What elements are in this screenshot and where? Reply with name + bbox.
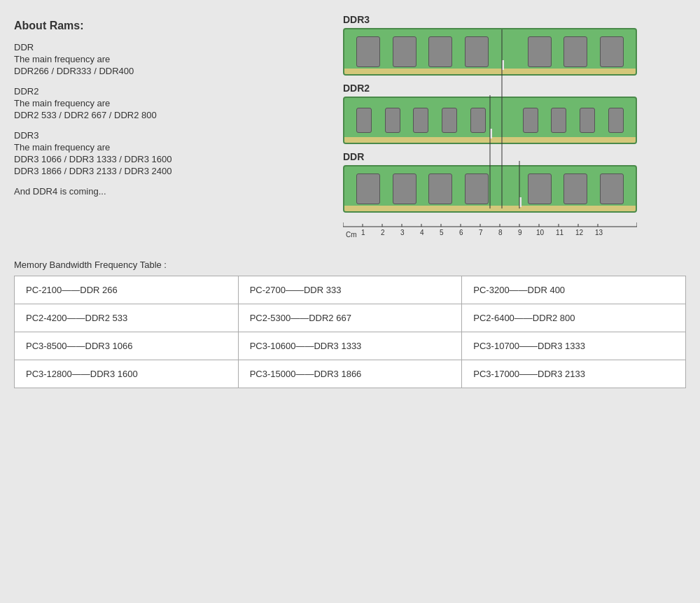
table-cell: PC-2100——DDR 266 — [15, 276, 239, 304]
svg-text:1: 1 — [361, 229, 365, 236]
svg-text:7: 7 — [479, 229, 483, 236]
ddr3-name: DDR3 — [14, 130, 280, 141]
svg-text:Cm: Cm — [346, 231, 357, 239]
chip — [356, 173, 380, 204]
chip — [413, 108, 428, 133]
ddr-chips — [344, 173, 636, 204]
ddr-stick — [343, 165, 637, 213]
table-cell: PC-3200——DDR 400 — [462, 276, 686, 304]
chip — [465, 36, 489, 67]
ddr3-block: DDR3 The main frequency are DDR3 1066 / … — [14, 130, 280, 176]
chip — [523, 108, 538, 133]
top-section: About Rams: DDR The main frequency are D… — [14, 14, 686, 243]
table-cell: PC3-10600——DDR3 1333 — [238, 332, 462, 360]
chip — [465, 173, 489, 204]
ruler-container: Cm 1 2 3 4 5 6 — [343, 220, 637, 243]
bandwidth-table: PC-2100——DDR 266PC-2700——DDR 333PC-3200—… — [14, 276, 686, 388]
table-cell: PC3-10700——DDR3 1333 — [462, 332, 686, 360]
svg-text:2: 2 — [381, 229, 385, 236]
ddr-desc1: The main frequency are — [14, 54, 280, 64]
svg-text:4: 4 — [420, 229, 424, 236]
table-cell: PC2-6400——DDR2 800 — [462, 304, 686, 332]
chip — [600, 173, 624, 204]
ddr2-desc1: The main frequency are — [14, 98, 280, 108]
notch-ddr — [519, 197, 522, 207]
table-row: PC3-8500——DDR3 1066PC3-10600——DDR3 1333P… — [15, 332, 686, 360]
ddr2-name: DDR2 — [14, 86, 280, 97]
table-cell: PC2-4200——DDR2 533 — [15, 304, 239, 332]
notch-ddr3 — [502, 60, 504, 70]
svg-text:8: 8 — [498, 229, 503, 236]
chip — [528, 173, 552, 204]
table-row: PC3-12800——DDR3 1600PC3-15000——DDR3 1866… — [15, 360, 686, 388]
table-cell: PC-2700——DDR 333 — [238, 276, 462, 304]
table-cell: PC3-17000——DDR3 2133 — [462, 360, 686, 388]
svg-text:5: 5 — [440, 229, 444, 236]
chip — [385, 108, 400, 133]
ddr4-coming: And DDR4 is coming... — [14, 186, 280, 197]
ddr3-desc1: The main frequency are — [14, 142, 280, 152]
table-row: PC-2100——DDR 266PC-2700——DDR 333PC-3200—… — [15, 276, 686, 304]
ruler-svg: Cm 1 2 3 4 5 6 — [343, 220, 637, 241]
text-section: About Rams: DDR The main frequency are D… — [14, 14, 280, 202]
ddr3-desc2: DDR3 1066 / DDR3 1333 / DDR3 1600 — [14, 154, 280, 164]
ddr-name: DDR — [14, 42, 280, 52]
chip — [470, 108, 486, 133]
svg-text:12: 12 — [575, 229, 584, 236]
svg-text:3: 3 — [400, 229, 405, 236]
ram-bottom-bar — [344, 206, 636, 211]
svg-text:11: 11 — [556, 229, 564, 236]
diagram-wrapper: DDR3 — [343, 14, 637, 243]
svg-text:9: 9 — [518, 229, 522, 236]
diagram-section: DDR3 — [294, 14, 686, 243]
chip — [356, 36, 380, 67]
table-cell: PC2-5300——DDR2 667 — [238, 304, 462, 332]
table-cell: PC3-15000——DDR3 1866 — [238, 360, 462, 388]
svg-text:13: 13 — [595, 229, 603, 236]
ddr-desc2: DDR266 / DDR333 / DDR400 — [14, 66, 280, 76]
chip — [428, 173, 452, 204]
ddr3-chips — [344, 36, 636, 67]
ram-bottom-bar — [344, 69, 636, 74]
chip — [564, 36, 587, 67]
chip — [393, 36, 416, 67]
main-container: About Rams: DDR The main frequency are D… — [14, 14, 686, 388]
chip — [393, 173, 416, 204]
ddr3-label: DDR3 — [343, 14, 637, 25]
notch-ddr2 — [490, 129, 492, 139]
table-title: Memory Bandwidth Frequency Table : — [14, 260, 686, 270]
chip — [600, 36, 624, 67]
chip — [608, 108, 624, 133]
chip — [428, 36, 452, 67]
chip — [442, 108, 457, 133]
about-title: About Rams: — [14, 20, 280, 32]
chip — [551, 108, 566, 133]
table-cell: PC3-12800——DDR3 1600 — [15, 360, 239, 388]
chip — [564, 173, 587, 204]
chip — [580, 108, 595, 133]
table-cell: PC3-8500——DDR3 1066 — [15, 332, 239, 360]
ddr2-desc2: DDR2 533 / DDR2 667 / DDR2 800 — [14, 110, 280, 120]
table-section: Memory Bandwidth Frequency Table : PC-21… — [14, 260, 686, 388]
ddr2-stick — [343, 97, 637, 144]
ddr-block: DDR The main frequency are DDR266 / DDR3… — [14, 42, 280, 76]
svg-text:10: 10 — [536, 229, 545, 236]
ddr2-label: DDR2 — [343, 83, 637, 94]
svg-text:6: 6 — [459, 229, 463, 236]
ddr-label: DDR — [343, 151, 637, 162]
ddr2-block: DDR2 The main frequency are DDR2 533 / D… — [14, 86, 280, 120]
chip — [528, 36, 552, 67]
table-row: PC2-4200——DDR2 533PC2-5300——DDR2 667PC2-… — [15, 304, 686, 332]
ddr3-stick — [343, 28, 637, 76]
ddr3-desc3: DDR3 1866 / DDR3 2133 / DDR3 2400 — [14, 166, 280, 176]
chip — [356, 108, 372, 133]
